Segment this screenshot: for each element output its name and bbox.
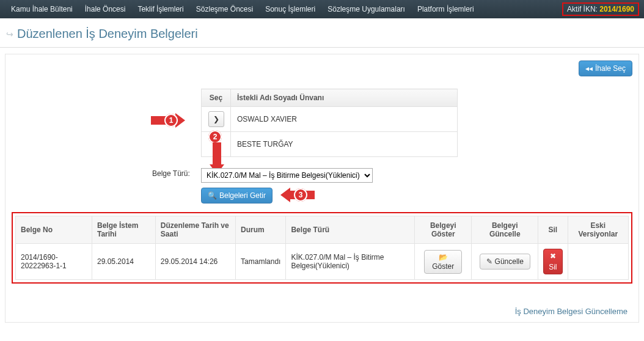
table-row: 2014/1690-20222963-1-1 29.05.2014 29.05.… xyxy=(16,244,629,280)
show-label: Göster xyxy=(432,262,454,271)
annotation-1: 1 xyxy=(164,114,178,127)
nav-item[interactable]: Platform İşlemleri xyxy=(411,5,480,13)
doc-type-select[interactable]: KİK.027.0/M Mal – İş Bitirme Belgesi(Yük… xyxy=(201,168,373,183)
selection-area: 1 2 Seç İstekli Adı Soyadı Ünvanı xyxy=(201,89,632,204)
ikn-label: Aktif İKN: xyxy=(567,5,599,13)
col-sil: Sil xyxy=(538,216,568,244)
chevron-right-icon: ❯ xyxy=(213,115,219,123)
results-table: Belge No Belge İstem Tarihi Düzenleme Ta… xyxy=(15,216,629,280)
nav-item[interactable]: Sonuç İşlemleri xyxy=(259,5,321,13)
cell-belge-no: 2014/1690-20222963-1-1 xyxy=(16,244,92,280)
edit-icon: ✎ xyxy=(486,257,492,266)
col-belge-no: Belge No xyxy=(16,216,92,244)
content-panel: ◂◂ İhale Seç 1 2 Seç İstekli Adı xyxy=(5,54,639,323)
nav-item[interactable]: İhale Öncesi xyxy=(79,5,132,13)
col-name: İstekli Adı Soyadı Ünvanı xyxy=(231,89,458,107)
col-eski: Eski Versiyonlar xyxy=(568,216,628,244)
applicant-name: BESTE TURĞAY xyxy=(231,132,458,157)
nav-item[interactable]: Sözleşme Öncesi xyxy=(190,5,259,13)
applicant-name: OSWALD XAVIER xyxy=(231,107,458,132)
col-guncelle: Belgeyi Güncelle xyxy=(472,216,538,244)
col-duzen-tarih: Düzenleme Tarih ve Saati xyxy=(155,216,235,244)
page-title-row: ↪ Düzenlenen İş Deneyim Belgeleri xyxy=(0,18,644,48)
col-durum: Durum xyxy=(236,216,286,244)
footer-update-link[interactable]: İş Deneyim Belgesi Güncelleme xyxy=(515,307,628,316)
search-icon: 🔍 xyxy=(208,191,217,200)
show-document-button[interactable]: 📂 Göster xyxy=(424,250,462,274)
ihale-sec-label: İhale Seç xyxy=(595,64,626,73)
col-goster: Belgeyi Göster xyxy=(415,216,472,244)
nav-item[interactable]: Kamu İhale Bülteni xyxy=(5,5,79,13)
cell-eski xyxy=(568,244,628,280)
update-label: Güncelle xyxy=(495,257,524,266)
col-sec: Seç xyxy=(202,89,231,107)
doc-type-label: Belge Türü: xyxy=(152,169,190,178)
close-icon: ✖ xyxy=(550,252,556,260)
ihale-sec-button[interactable]: ◂◂ İhale Seç xyxy=(579,61,632,76)
update-document-button[interactable]: ✎ Güncelle xyxy=(480,254,530,270)
nav-item[interactable]: Teklif İşlemleri xyxy=(131,5,189,13)
table-row: ❯ BESTE TURĞAY xyxy=(202,132,458,157)
top-nav: Kamu İhale Bülteni İhale Öncesi Teklif İ… xyxy=(0,0,644,18)
folder-open-icon: 📂 xyxy=(439,253,448,262)
results-highlight-box: Belge No Belge İstem Tarihi Düzenleme Ta… xyxy=(12,212,632,284)
delete-label: Sil xyxy=(549,263,557,271)
annotation-3: 3 xyxy=(294,188,307,202)
cell-belge-turu: KİK.027.0/M Mal – İş Bitirme Belgesi(Yük… xyxy=(286,244,415,280)
belgeleri-getir-label: Belgeleri Getir xyxy=(219,191,266,200)
rewind-icon: ◂◂ xyxy=(585,64,593,73)
applicant-table: Seç İstekli Adı Soyadı Ünvanı ❯ OSWALD X… xyxy=(201,89,458,157)
ikn-value: 2014/1690 xyxy=(599,5,634,13)
page-title: Düzenlenen İş Deneyim Belgeleri xyxy=(17,27,198,41)
table-row: ❯ OSWALD XAVIER xyxy=(202,107,458,132)
nav-item[interactable]: Sözleşme Uygulamaları xyxy=(321,5,411,13)
select-row-button[interactable]: ❯ xyxy=(208,111,224,127)
col-belge-turu: Belge Türü xyxy=(286,216,415,244)
breadcrumb-icon: ↪ xyxy=(6,29,13,39)
active-ikn-box: Aktif İKN: 2014/1690 xyxy=(562,2,639,16)
col-istem-tarihi: Belge İstem Tarihi xyxy=(92,216,155,244)
delete-document-button[interactable]: ✖ Sil xyxy=(543,249,562,274)
cell-durum: Tamamlandı xyxy=(236,244,286,280)
belgeleri-getir-button[interactable]: 🔍 Belgeleri Getir xyxy=(201,188,273,204)
cell-istem-tarihi: 29.05.2014 xyxy=(92,244,155,280)
cell-duzen-tarih: 29.05.2014 14:26 xyxy=(155,244,235,280)
